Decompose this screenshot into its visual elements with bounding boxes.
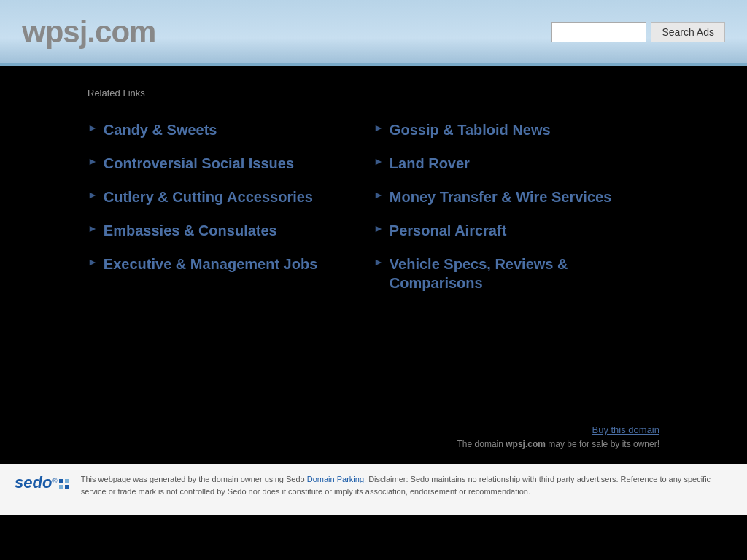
- link-personal-aircraft[interactable]: Personal Aircraft: [390, 221, 506, 240]
- links-column-left: ► Candy & Sweets ► Controversial Social …: [88, 113, 374, 300]
- search-area: Search Ads: [551, 22, 725, 42]
- links-column-right: ► Gossip & Tabloid News ► Land Rover ► M…: [374, 113, 659, 300]
- domain-sale-text: The domain wpsj.com may be for sale by i…: [88, 439, 659, 449]
- arrow-icon: ►: [88, 155, 98, 167]
- domain-name-bold: wpsj.com: [506, 439, 546, 449]
- arrow-icon: ►: [374, 155, 384, 167]
- link-money-transfer[interactable]: Money Transfer & Wire Services: [390, 187, 611, 206]
- arrow-icon: ►: [374, 222, 384, 234]
- site-logo: wpsj.com: [22, 15, 155, 50]
- list-item: ► Money Transfer & Wire Services: [374, 180, 659, 214]
- related-links-title: Related Links: [88, 88, 659, 98]
- list-item: ► Vehicle Specs, Reviews & Comparisons: [374, 247, 659, 300]
- arrow-icon: ►: [374, 122, 384, 133]
- link-embassies[interactable]: Embassies & Consulates: [104, 221, 277, 240]
- list-item: ► Candy & Sweets: [88, 113, 374, 147]
- link-land-rover[interactable]: Land Rover: [390, 154, 470, 173]
- sedo-dot: [59, 485, 63, 489]
- search-input[interactable]: [551, 22, 646, 42]
- link-vehicle-specs[interactable]: Vehicle Specs, Reviews & Comparisons: [390, 254, 652, 292]
- list-item: ► Executive & Management Jobs: [88, 247, 374, 281]
- sedo-dot: [59, 479, 63, 483]
- arrow-icon: ►: [88, 122, 98, 133]
- list-item: ► Land Rover: [374, 147, 659, 180]
- arrow-icon: ►: [88, 189, 98, 201]
- buy-domain-section: Buy this domain The domain wpsj.com may …: [0, 416, 747, 464]
- domain-parking-link[interactable]: Domain Parking: [307, 475, 364, 483]
- links-grid: ► Candy & Sweets ► Controversial Social …: [88, 113, 659, 300]
- link-controversial[interactable]: Controversial Social Issues: [104, 154, 294, 173]
- sedo-registered-symbol: ®: [52, 477, 57, 485]
- arrow-icon: ►: [88, 222, 98, 234]
- main-content: Related Links ► Candy & Sweets ► Controv…: [0, 66, 747, 416]
- list-item: ► Controversial Social Issues: [88, 147, 374, 180]
- link-executive-jobs[interactable]: Executive & Management Jobs: [104, 254, 317, 273]
- footer: sedo® This webpage was generated by the …: [0, 464, 747, 515]
- footer-disclaimer: This webpage was generated by the domain…: [81, 473, 732, 497]
- link-candy-sweets[interactable]: Candy & Sweets: [104, 120, 217, 139]
- list-item: ► Cutlery & Cutting Accessories: [88, 180, 374, 214]
- sedo-dot: [65, 479, 69, 483]
- search-button[interactable]: Search Ads: [651, 22, 725, 42]
- sedo-brand-text: sedo: [15, 473, 52, 491]
- link-gossip-tabloid[interactable]: Gossip & Tabloid News: [390, 120, 551, 139]
- link-cutlery[interactable]: Cutlery & Cutting Accessories: [104, 187, 313, 206]
- list-item: ► Embassies & Consulates: [88, 214, 374, 247]
- sedo-dot: [65, 485, 69, 489]
- header: wpsj.com Search Ads: [0, 0, 747, 66]
- arrow-icon: ►: [374, 189, 384, 201]
- sedo-logo: sedo®: [15, 473, 69, 492]
- buy-domain-link[interactable]: Buy this domain: [592, 424, 660, 435]
- arrow-icon: ►: [374, 256, 384, 268]
- list-item: ► Personal Aircraft: [374, 214, 659, 247]
- arrow-icon: ►: [88, 256, 98, 268]
- sedo-dots-decoration: [59, 479, 69, 489]
- list-item: ► Gossip & Tabloid News: [374, 113, 659, 147]
